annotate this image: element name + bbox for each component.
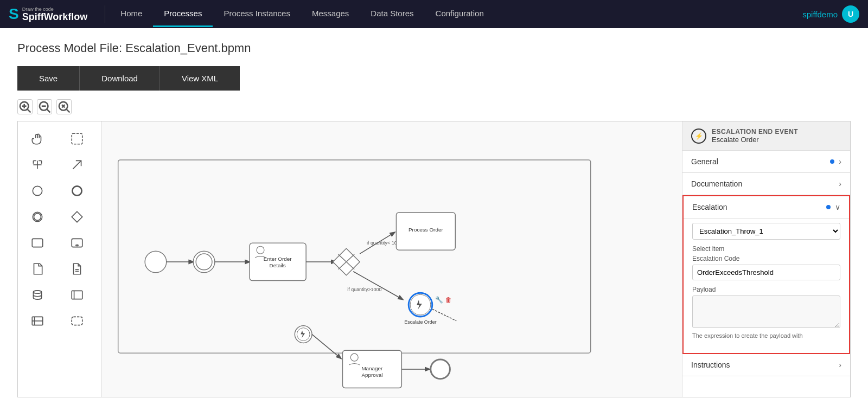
documentation-arrow: › [839, 179, 841, 188]
escalation-section: Escalation ∨ Escalation_Throw_1 Select i… [682, 195, 850, 354]
nav-menu: Home Processes Process Instances Message… [110, 1, 494, 27]
nav-processes[interactable]: Processes [153, 1, 213, 27]
svg-rect-36 [72, 317, 82, 325]
payload-group: Payload The expression to create the pay… [692, 286, 840, 339]
svg-rect-24 [32, 239, 43, 247]
tool-hand[interactable] [21, 127, 54, 151]
bpmn-canvas[interactable]: Enter Order Details if quantity< 1000 Pr… [102, 121, 682, 397]
general-section-toggle[interactable]: General › [682, 151, 850, 172]
escalation-section-toggle[interactable]: Escalation ∨ [684, 196, 849, 218]
nav-home[interactable]: Home [110, 1, 153, 27]
logo[interactable]: S Draw the code SpiffWorkflow [9, 5, 87, 23]
logo-name: SpiffWorkflow [22, 12, 88, 22]
save-button[interactable]: Save [17, 66, 80, 91]
panel-event-name: Escalate Order [712, 136, 798, 144]
user-menu: spiffdemo U [802, 5, 859, 23]
svg-text:Approval: Approval [361, 372, 382, 378]
nav-configuration[interactable]: Configuration [425, 1, 495, 27]
escalation-section-body: Escalation_Throw_1 Select item Escalatio… [684, 218, 849, 353]
tool-task[interactable] [21, 231, 54, 255]
tool-event-start[interactable] [21, 179, 54, 203]
svg-line-1 [28, 110, 31, 113]
tool-arrow[interactable] [61, 153, 93, 177]
zoom-out-button[interactable] [37, 99, 52, 114]
tool-event-end[interactable] [61, 179, 93, 203]
svg-rect-31 [72, 291, 82, 299]
svg-point-20 [72, 186, 81, 195]
payload-hint: The expression to create the payload wit… [692, 332, 840, 339]
general-label: General [691, 157, 718, 166]
svg-point-19 [33, 186, 42, 195]
escalation-dot [826, 205, 831, 209]
bpmn-diagram: Enter Order Details if quantity< 1000 Pr… [102, 121, 682, 397]
svg-line-56 [353, 272, 403, 299]
tool-data-store[interactable] [21, 283, 54, 307]
general-dot [830, 159, 834, 164]
payload-input[interactable] [692, 295, 840, 328]
svg-text:Details: Details [270, 262, 286, 268]
escalation-label: Escalation [692, 203, 727, 211]
escalation-dropdown-group: Escalation_Throw_1 [692, 223, 840, 240]
payload-label: Payload [692, 286, 840, 293]
svg-text:Manager: Manager [361, 365, 383, 371]
tool-lane[interactable] [21, 309, 54, 333]
documentation-section-toggle[interactable]: Documentation › [682, 173, 850, 195]
download-button[interactable]: Download [80, 66, 160, 91]
svg-text:🗑: 🗑 [445, 296, 452, 304]
bpmn-toolbar [18, 121, 102, 397]
panel-header: ⚡ ESCALATION END EVENT Escalate Order [682, 121, 850, 151]
nav-process-instances[interactable]: Process Instances [213, 1, 301, 27]
documentation-section: Documentation › [682, 173, 850, 195]
svg-text:Enter Order: Enter Order [264, 256, 292, 262]
instructions-section-toggle[interactable]: Instructions › [682, 354, 850, 376]
svg-point-41 [196, 254, 212, 270]
logo-icon: S [9, 5, 18, 23]
escalation-code-input[interactable] [692, 265, 840, 280]
svg-text:Process Order: Process Order [409, 227, 443, 233]
documentation-label: Documentation [691, 179, 742, 188]
nav-data-stores[interactable]: Data Stores [360, 1, 424, 27]
tool-gateway[interactable] [61, 205, 93, 229]
tool-expand[interactable] [21, 153, 54, 177]
navigation: S Draw the code SpiffWorkflow Home Proce… [0, 0, 868, 28]
escalation-code-label: Escalation Code [692, 255, 840, 262]
username[interactable]: spiffdemo [802, 10, 838, 19]
tool-select[interactable] [61, 127, 93, 151]
instructions-section: Instructions › [682, 354, 850, 376]
svg-line-5 [47, 110, 50, 113]
view-xml-button[interactable]: View XML [160, 66, 240, 91]
escalation-code-group: Escalation Code [692, 255, 840, 280]
zoom-in-button[interactable] [17, 99, 33, 114]
tool-subprocess[interactable] [61, 231, 93, 255]
nav-divider [105, 5, 105, 23]
page-title: Process Model File: Escalation_Event.bpm… [17, 41, 851, 55]
svg-text:Escalate Order: Escalate Order [404, 319, 436, 325]
escalation-dropdown[interactable]: Escalation_Throw_1 [692, 223, 840, 240]
file-toolbar: Save Download View XML [17, 66, 851, 91]
zoom-reset-button[interactable] [56, 99, 72, 114]
svg-line-65 [312, 335, 341, 359]
svg-point-71 [431, 359, 450, 379]
escalation-end-icon: ⚡ [691, 128, 706, 144]
tool-pool[interactable] [61, 283, 93, 307]
svg-line-8 [67, 110, 70, 113]
svg-rect-11 [72, 133, 82, 144]
page-content: Process Model File: Escalation_Event.bpm… [0, 28, 868, 405]
instructions-label: Instructions [691, 361, 730, 369]
nav-messages[interactable]: Messages [301, 1, 360, 27]
tool-annotation[interactable] [21, 257, 54, 281]
tool-intermediate-event[interactable] [21, 205, 54, 229]
general-arrow: › [839, 157, 841, 166]
tool-data-object[interactable] [61, 257, 93, 281]
select-item-label: Select item [692, 245, 840, 253]
editor-area: Enter Order Details if quantity< 1000 Pr… [17, 121, 851, 397]
svg-text:if quantity>1000: if quantity>1000 [347, 287, 381, 292]
svg-line-18 [73, 160, 81, 169]
svg-marker-23 [72, 211, 82, 222]
svg-point-30 [33, 291, 41, 293]
avatar[interactable]: U [842, 5, 859, 23]
tool-group[interactable] [61, 309, 93, 333]
instructions-arrow: › [839, 361, 841, 369]
general-section: General › [682, 151, 850, 173]
svg-point-22 [34, 214, 41, 221]
